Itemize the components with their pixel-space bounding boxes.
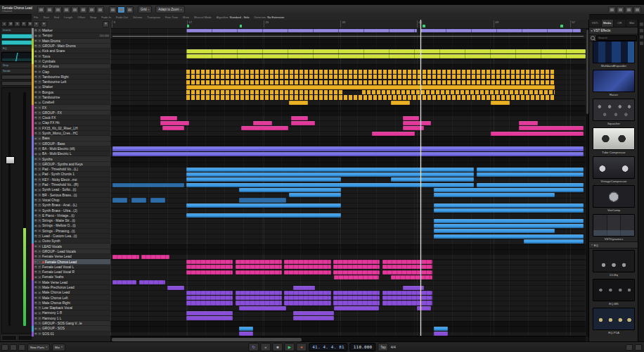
solo-button[interactable]: s	[38, 183, 41, 187]
split-tool-icon[interactable]	[54, 6, 62, 13]
clip[interactable]	[434, 203, 584, 208]
mixconsole-icon[interactable]	[625, 6, 633, 13]
track-row[interactable]: msStrings - Mellow O...(t)	[32, 223, 110, 228]
plugin-tile[interactable]: VSTDynamics	[589, 213, 638, 241]
clip[interactable]	[160, 116, 177, 120]
solo-button[interactable]: s	[38, 276, 41, 279]
mute-button[interactable]: m	[34, 291, 38, 295]
solo-button[interactable]: s	[38, 178, 41, 182]
clip[interactable]	[524, 239, 584, 244]
mute-button[interactable]: m	[34, 322, 38, 325]
solo-button[interactable]: s	[38, 50, 41, 54]
clip[interactable]	[293, 311, 333, 315]
mute-button[interactable]: m	[34, 163, 38, 166]
track-row[interactable]: msLEAD Vocals	[32, 244, 110, 249]
mute-button[interactable]: m	[34, 240, 38, 244]
track-row[interactable]: msVocal Chop	[32, 198, 110, 203]
solo-button[interactable]: s	[38, 116, 41, 120]
mute-button[interactable]: m	[34, 306, 38, 310]
solo-button[interactable]: s	[38, 44, 41, 48]
track-row[interactable]: msHarmony 1 L	[32, 316, 110, 321]
solo-button[interactable]: s	[38, 214, 41, 218]
mute-button[interactable]: m	[34, 250, 38, 253]
mute-button[interactable]: m	[34, 317, 38, 320]
plugin-tile[interactable]: DJ-Eq	[589, 249, 638, 277]
mute-button[interactable]: m	[34, 111, 38, 115]
mute-button[interactable]: m	[34, 101, 38, 105]
clip[interactable]	[434, 193, 555, 197]
new-parts-menu[interactable]: New Parts▾	[27, 344, 50, 351]
clip[interactable]	[284, 265, 330, 269]
record-button[interactable]: ●	[296, 343, 307, 351]
strip-section-header[interactable]: Strip	[1, 63, 33, 68]
track-row[interactable]: msKEY - Nicky Electr...mo	[32, 177, 110, 182]
mute-button[interactable]: m	[34, 153, 38, 156]
track-row[interactable]: msPad - Synth Chords 1	[32, 172, 110, 177]
clip[interactable]	[382, 301, 433, 305]
clip[interactable]	[112, 198, 127, 202]
track-row[interactable]: msBA - Multi Electric L	[32, 151, 110, 156]
clip[interactable]	[141, 255, 170, 259]
mute-button[interactable]: m	[34, 34, 38, 38]
mute-button[interactable]: m	[34, 70, 38, 74]
plugin-group-header[interactable]: ▾EQ	[589, 241, 638, 249]
mute-button[interactable]: m	[34, 276, 38, 279]
range-tool-icon[interactable]	[46, 6, 53, 13]
mute-button[interactable]: m	[34, 60, 38, 63]
clip[interactable]	[434, 327, 448, 331]
track-row[interactable]: msPad - Threshold Vo...(R)	[32, 182, 110, 187]
clip[interactable]	[434, 224, 584, 228]
mute-button[interactable]: m	[34, 312, 38, 315]
mute-button[interactable]: m	[34, 80, 38, 84]
clip[interactable]	[186, 301, 233, 305]
channel-button-s[interactable]: S	[14, 21, 20, 27]
clip[interactable]	[391, 177, 474, 182]
clip[interactable]	[112, 183, 183, 187]
solo-button[interactable]: s	[38, 270, 41, 274]
clip[interactable]	[112, 255, 139, 259]
clip[interactable]	[284, 260, 330, 264]
solo-button[interactable]: s	[38, 55, 41, 58]
vsti-rack-icon[interactable]	[640, 23, 643, 26]
clip[interactable]	[236, 301, 282, 305]
track-row[interactable]: msClap	[32, 69, 110, 74]
solo-button[interactable]: s	[38, 91, 41, 94]
solo-button[interactable]: s	[38, 291, 41, 295]
clip[interactable]	[293, 316, 333, 320]
mute-button[interactable]: m	[34, 203, 38, 207]
inserts-section-header[interactable]: Inserts	[1, 28, 33, 32]
plugin-tile[interactable]: EQ-M5	[589, 277, 638, 306]
fader-handle[interactable]	[6, 156, 15, 164]
solo-button[interactable]: s	[38, 203, 41, 207]
insert-slot[interactable]	[1, 34, 33, 39]
solo-button[interactable]: s	[38, 199, 41, 202]
clip[interactable]	[391, 101, 410, 105]
track-row[interactable]: msTambourine	[32, 95, 110, 100]
clip[interactable]	[519, 121, 538, 125]
clip[interactable]	[284, 301, 330, 305]
clip[interactable]	[333, 291, 380, 295]
clip[interactable]	[186, 70, 555, 74]
clip[interactable]	[186, 296, 233, 300]
solo-button[interactable]: s	[38, 245, 41, 249]
back-icon[interactable]: ◂	[591, 29, 592, 32]
track-row[interactable]: msOutro Synth	[32, 239, 110, 244]
clip[interactable]	[434, 229, 555, 233]
solo-button[interactable]: s	[38, 327, 41, 331]
time-signature[interactable]: 4/4	[391, 345, 396, 349]
clip[interactable]	[417, 306, 431, 310]
pool-icon[interactable]	[18, 344, 25, 351]
horizontal-scroll-thumb[interactable]	[112, 338, 302, 341]
filter-tracks-icon[interactable]: ▾	[41, 21, 47, 27]
track-row[interactable]: msSynth Brass - Anal...(L)	[32, 203, 110, 208]
clip[interactable]	[434, 188, 584, 192]
track-row[interactable]: msMale Chorus Lead	[32, 290, 110, 295]
mute-button[interactable]: m	[34, 301, 38, 305]
clip[interactable]	[491, 132, 584, 136]
clip[interactable]	[186, 270, 233, 275]
track-row[interactable]: msGROUP - SOS Gang V...le	[32, 321, 110, 326]
clip[interactable]	[239, 327, 253, 331]
solo-button[interactable]: s	[38, 230, 41, 233]
solo-button[interactable]: s	[38, 281, 41, 284]
clip[interactable]	[160, 121, 189, 125]
